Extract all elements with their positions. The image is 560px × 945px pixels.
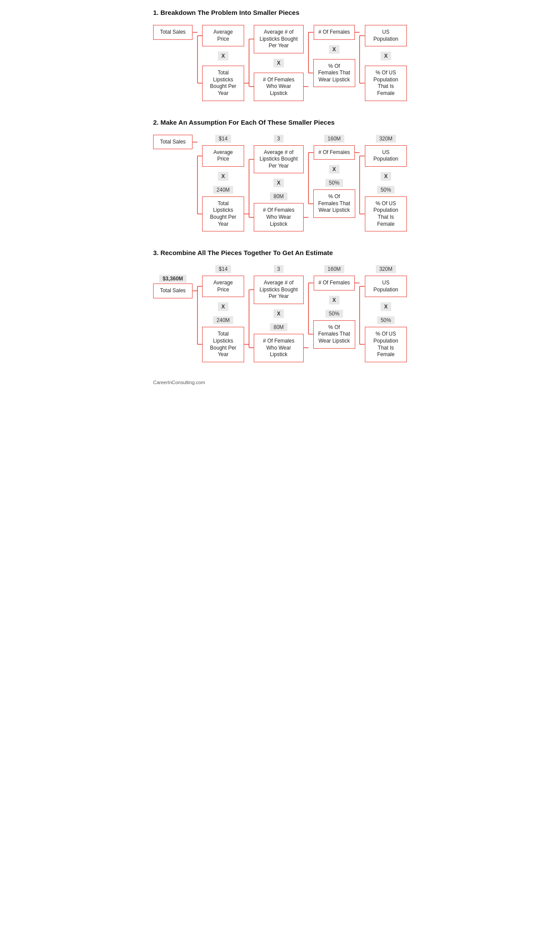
value-badge: $3,360M [159,275,187,283]
node: Average Price [202,145,244,167]
section-title: 2. Make An Assumption For Each Of These … [153,119,407,126]
x-multiplier: X [381,52,391,60]
node: Average # of Lipsticks Bought Per Year [254,145,304,174]
node: % Of US Population That Is Female [365,327,407,362]
value-badge: 160M [324,265,344,273]
x-multiplier: X [381,302,391,311]
value-badge: 50% [326,310,343,318]
x-multiplier: X [329,165,340,174]
section-title: 3. Recombine All The Pieces Together To … [153,249,407,256]
x-multiplier: X [218,52,228,60]
x-multiplier: X [273,59,284,67]
x-multiplier: X [329,296,340,304]
value-badge: 240M [213,316,233,324]
section: 3. Recombine All The Pieces Together To … [153,249,407,362]
node: Total Sales [153,135,192,150]
node: # Of Females [314,276,355,290]
value-badge: 80M [270,323,287,331]
node: US Population [365,25,407,46]
x-multiplier: X [273,178,284,187]
value-badge: 240M [213,186,233,194]
node: % Of US Population That Is Female [365,66,407,101]
value-badge: $14 [215,265,231,273]
node: Total Lipsticks Bought Per Year [202,66,244,101]
value-badge: 50% [377,186,395,194]
node: # Of Females [314,145,355,160]
node: Total Sales [153,284,192,298]
x-multiplier: X [273,309,284,318]
footer: CareerInConsulting.com [153,380,407,385]
x-multiplier: X [218,302,228,311]
node: % Of Females That Wear Lipstick [313,320,355,349]
section-title: 1. Breakdown The Problem Into Smaller Pi… [153,9,407,16]
value-badge: $14 [215,135,231,143]
node: # Of Females Who Wear Lipstick [254,203,304,231]
node: Total Lipsticks Bought Per Year [202,196,244,231]
value-badge: 80M [270,192,287,200]
node: % Of Females That Wear Lipstick [313,189,355,218]
node: Total Sales [153,25,192,40]
node: Total Lipsticks Bought Per Year [202,327,244,362]
node: # Of Females [314,25,355,40]
node: % Of US Population That Is Female [365,196,407,231]
value-badge: 50% [377,316,395,324]
x-multiplier: X [218,172,228,181]
node: # Of Females Who Wear Lipstick [254,334,304,362]
section: 1. Breakdown The Problem Into Smaller Pi… [153,9,407,101]
value-badge: 320M [376,265,396,273]
node: US Population [365,276,407,297]
value-badge: 3 [274,265,284,273]
node: Average # of Lipsticks Bought Per Year [254,25,304,53]
section: 2. Make An Assumption For Each Of These … [153,119,407,232]
node: % Of Females That Wear Lipstick [313,59,355,88]
node: # Of Females Who Wear Lipstick [254,73,304,101]
node: Average Price [202,276,244,297]
value-badge: 320M [376,135,396,143]
value-badge: 50% [326,179,343,187]
x-multiplier: X [381,172,391,181]
node: Average Price [202,25,244,46]
value-badge: 160M [324,135,344,143]
value-badge: 3 [274,135,284,143]
x-multiplier: X [329,45,340,54]
node: US Population [365,145,407,167]
node: Average # of Lipsticks Bought Per Year [254,276,304,304]
